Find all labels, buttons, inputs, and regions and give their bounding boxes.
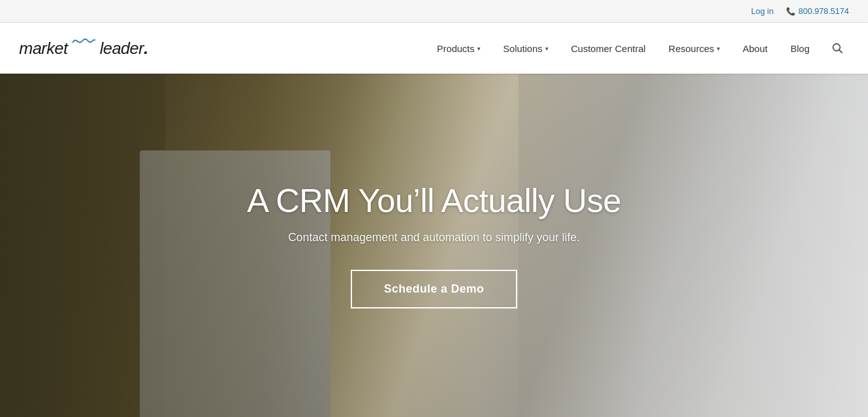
nav-item-solutions: Solutions ▾ (492, 23, 560, 74)
nav-link-resources[interactable]: Resources ▾ (657, 23, 731, 74)
logo-wave-icon (72, 37, 95, 45)
phone-icon: 📞 (786, 7, 796, 16)
nav-item-products: Products ▾ (426, 23, 492, 74)
nav-item-search (821, 37, 849, 60)
nav-item-blog: Blog (779, 23, 821, 74)
phone-contact: 📞 800.978.5174 (786, 6, 849, 16)
hero-subtitle: Contact management and automation to sim… (247, 231, 621, 244)
nav-link-solutions[interactable]: Solutions ▾ (492, 23, 560, 74)
hero-section: A CRM You’ll Actually Use Contact manage… (0, 74, 868, 417)
nav-link-about[interactable]: About (731, 23, 779, 74)
logo-text: market leader. (19, 39, 148, 58)
nav-link-blog[interactable]: Blog (779, 23, 821, 74)
hero-content: A CRM You’ll Actually Use Contact manage… (234, 182, 634, 309)
site-logo[interactable]: market leader. (19, 39, 148, 58)
nav-label-resources: Resources (668, 43, 714, 54)
main-navbar: market leader. Products ▾ Solutions ▾ Cu… (0, 23, 868, 74)
nav-label-blog: Blog (790, 43, 810, 54)
svg-line-1 (839, 50, 843, 53)
nav-menu: Products ▾ Solutions ▾ Customer Central … (426, 23, 849, 74)
phone-number-link[interactable]: 800.978.5174 (798, 6, 849, 16)
search-icon (832, 43, 843, 54)
nav-link-products[interactable]: Products ▾ (426, 23, 492, 74)
chevron-down-icon: ▾ (477, 45, 480, 52)
schedule-demo-button[interactable]: Schedule a Demo (351, 270, 517, 308)
nav-link-customer-central[interactable]: Customer Central (560, 23, 658, 74)
hero-title: A CRM You’ll Actually Use (247, 182, 621, 220)
nav-item-customer-central: Customer Central (560, 23, 658, 74)
nav-item-about: About (731, 23, 779, 74)
top-bar: Log in 📞 800.978.5174 (0, 0, 868, 23)
login-link[interactable]: Log in (751, 6, 773, 16)
chevron-down-icon: ▾ (717, 45, 720, 52)
search-button[interactable] (826, 37, 849, 60)
nav-label-about: About (743, 43, 768, 54)
nav-label-products: Products (437, 43, 475, 54)
nav-label-solutions: Solutions (503, 43, 543, 54)
nav-label-customer-central: Customer Central (571, 43, 646, 54)
nav-item-resources: Resources ▾ (657, 23, 731, 74)
chevron-down-icon: ▾ (545, 45, 548, 52)
